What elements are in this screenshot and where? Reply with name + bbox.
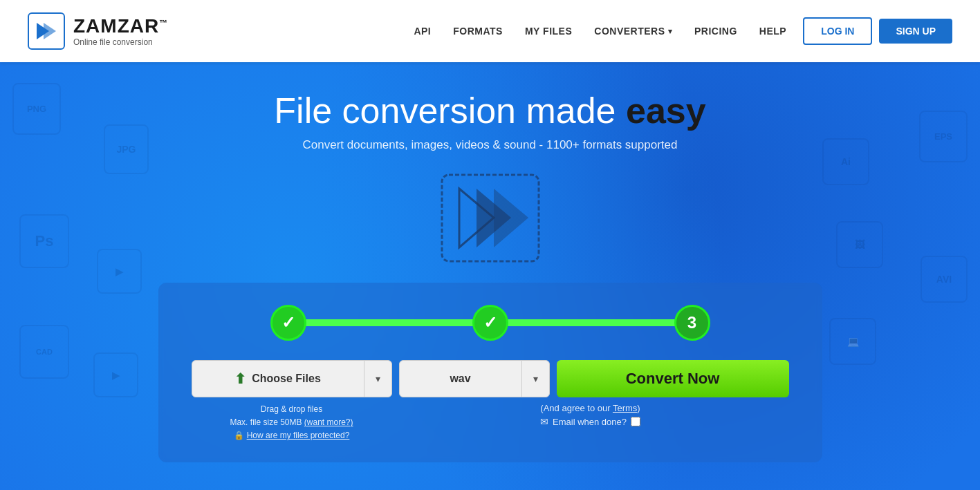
step-3: 3 [674, 305, 710, 341]
email-checkbox[interactable] [631, 417, 640, 426]
left-helper: Drag & drop files Max. file size 50MB (w… [192, 403, 392, 443]
svg-marker-1 [44, 23, 56, 39]
logo-icon [28, 12, 65, 50]
logo-text-block: ZAMZAR™ Online file conversion [73, 15, 168, 47]
protected-link[interactable]: How are my files protected? [247, 429, 350, 442]
choose-files-main: ⬆ Choose Files [192, 370, 364, 387]
controls-row: ⬆ Choose Files ▾ wav ▾ Convert Now [192, 360, 789, 397]
terms-link[interactable]: Terms [613, 403, 637, 413]
progress-bar: ✓ ✓ 3 [192, 305, 789, 341]
nav-help[interactable]: HELP [759, 26, 786, 37]
nav-converters[interactable]: CONVERTERS [594, 26, 672, 37]
center-play-icon [432, 164, 549, 272]
hero-title: File conversion made easy [274, 90, 705, 131]
format-dropdown-arrow[interactable]: ▾ [521, 361, 549, 397]
conversion-box: ✓ ✓ 3 ⬆ Choose Files ▾ wav ▾ [158, 283, 822, 462]
terms-text: (And agree to our Terms) [392, 403, 789, 413]
bg-icon-eps: EPS [919, 111, 968, 162]
hero-section: PNG JPG Ps ▶ CAD ▶ EPS Ai AVI 🖼 💻 File c… [0, 62, 980, 490]
lock-icon: 🔒 [234, 429, 244, 442]
bg-icon-triangle: ▶ [97, 249, 142, 294]
email-row: ✉ Email when done? [392, 416, 789, 427]
upload-icon: ⬆ [234, 370, 246, 387]
nav-links: API FORMATS MY FILES CONVERTERS PRICING … [414, 26, 786, 37]
bg-icon-laptop: 💻 [829, 318, 876, 365]
step-2: ✓ [472, 305, 508, 341]
want-more-link[interactable]: (want more?) [304, 417, 353, 427]
bg-icon-ai: Ai [822, 138, 869, 185]
bg-icon-play-left: ▶ [93, 352, 138, 397]
nav-api[interactable]: API [414, 26, 431, 37]
logo-subtitle: Online file conversion [73, 37, 168, 47]
lock-line: 🔒 How are my files protected? [192, 429, 392, 442]
nav-formats[interactable]: FORMATS [453, 26, 503, 37]
convert-now-button[interactable]: Convert Now [557, 360, 789, 397]
choose-files-button[interactable]: ⬆ Choose Files ▾ [192, 360, 392, 397]
format-value: wav [400, 373, 521, 385]
nav-pricing[interactable]: PRICING [694, 26, 737, 37]
logo-area: ZAMZAR™ Online file conversion [28, 12, 168, 50]
choose-files-label: Choose Files [252, 373, 321, 385]
bg-icon-ps: Ps [19, 214, 69, 268]
step-1: ✓ [270, 305, 306, 341]
login-button[interactable]: LOG IN [803, 17, 872, 45]
email-label: Email when done? [553, 417, 627, 427]
bg-icon-photo: 🖼 [836, 221, 883, 268]
navbar: ZAMZAR™ Online file conversion API FORMA… [0, 0, 980, 62]
logo-name: ZAMZAR™ [73, 15, 168, 37]
right-helper: (And agree to our Terms) ✉ Email when do… [392, 403, 789, 427]
email-icon: ✉ [540, 416, 548, 427]
signup-button[interactable]: SIGN UP [879, 19, 952, 44]
bg-icon-avi: AVI [921, 256, 968, 303]
helper-row: Drag & drop files Max. file size 50MB (w… [192, 403, 789, 443]
bg-icon-cad: CAD [19, 325, 69, 379]
svg-marker-5 [494, 189, 528, 247]
bg-icon-png: PNG [12, 83, 61, 135]
choose-files-dropdown-arrow[interactable]: ▾ [364, 361, 391, 397]
drag-drop-text: Drag & drop files [192, 403, 392, 416]
progress-steps: ✓ ✓ 3 [270, 305, 710, 341]
format-select[interactable]: wav ▾ [399, 360, 550, 397]
bg-icon-jpg: JPG [104, 124, 149, 174]
nav-myfiles[interactable]: MY FILES [525, 26, 572, 37]
max-size-text: Max. file size 50MB (want more?) [192, 416, 392, 429]
hero-subtitle: Convert documents, images, videos & soun… [303, 138, 678, 152]
